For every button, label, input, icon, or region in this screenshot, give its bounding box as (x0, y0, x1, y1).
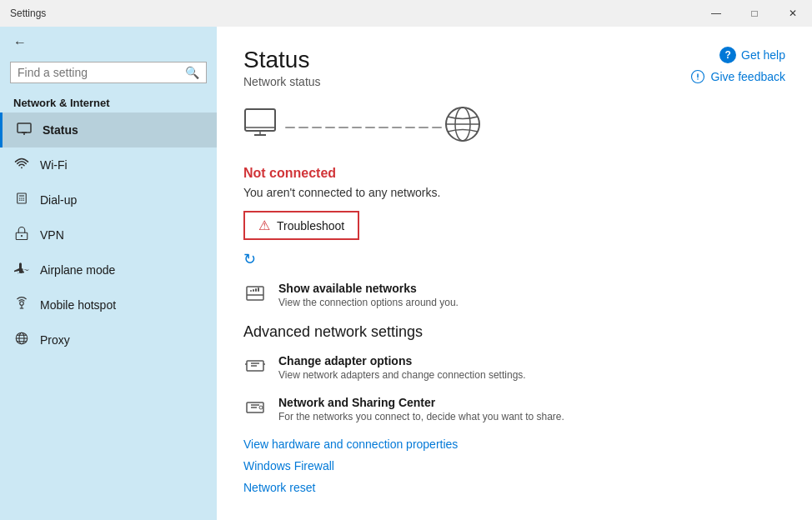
maximize-button[interactable]: □ (735, 0, 774, 27)
app-body: ← 🔍 Network & Internet Status (0, 27, 812, 520)
computer-icon (243, 108, 283, 147)
airplane-icon (13, 261, 30, 279)
svg-point-3 (21, 167, 23, 168)
advanced-section-title: Advanced network settings (243, 323, 785, 341)
sidebar-item-hotspot[interactable]: Mobile hotspot (0, 288, 217, 322)
sidebar: ← 🔍 Network & Internet Status (0, 27, 217, 520)
hotspot-icon (13, 296, 30, 314)
sharing-desc: For the networks you connect to, decide … (278, 411, 564, 422)
show-networks-icon (243, 283, 267, 308)
adapter-title: Change adapter options (278, 354, 526, 368)
wifi-icon (13, 156, 30, 174)
svg-rect-0 (18, 123, 31, 132)
close-button[interactable]: ✕ (774, 0, 812, 27)
svg-point-9 (21, 200, 23, 202)
sidebar-item-status[interactable]: Status (0, 112, 217, 148)
svg-point-45 (259, 406, 263, 409)
show-networks-item[interactable]: Show available networks View the connect… (243, 282, 785, 308)
window-controls: — □ ✕ (697, 0, 812, 27)
troubleshoot-button[interactable]: ⚠ Troubleshoot (243, 211, 359, 240)
titlebar: Settings — □ ✕ (0, 0, 812, 27)
windows-firewall-link[interactable]: Windows Firewall (243, 459, 785, 472)
back-arrow-icon: ← (13, 35, 27, 50)
get-help-link[interactable]: ? Get help (719, 47, 785, 63)
show-networks-desc: View the connection options around you. (278, 297, 459, 308)
sharing-center-item[interactable]: Network and Sharing Center For the netwo… (243, 396, 785, 422)
sidebar-vpn-label: VPN (40, 228, 64, 242)
dialup-icon (13, 191, 30, 209)
proxy-icon (13, 331, 30, 349)
search-icon: 🔍 (185, 66, 199, 79)
sidebar-item-vpn[interactable]: VPN (0, 218, 217, 252)
warning-icon: ⚠ (258, 218, 270, 233)
sidebar-item-proxy[interactable]: Proxy (0, 322, 217, 358)
sidebar-dialup-label: Dial-up (40, 193, 77, 207)
feedback-label: Give feedback (711, 70, 786, 83)
help-links: ? Get help Give feedback (689, 47, 786, 85)
svg-rect-31 (247, 287, 263, 300)
sidebar-item-dialup[interactable]: Dial-up (0, 182, 217, 218)
help-icon: ? (719, 47, 736, 63)
svg-point-8 (19, 200, 21, 202)
refresh-icon[interactable]: ↻ (243, 250, 785, 268)
svg-point-22 (697, 78, 699, 80)
show-networks-title: Show available networks (278, 282, 459, 295)
search-input[interactable] (18, 66, 185, 79)
network-reset-link[interactable]: Network reset (243, 481, 785, 494)
sharing-icon (243, 398, 267, 422)
status-description: You aren't connected to any networks. (243, 186, 785, 199)
sidebar-section-label: Network & Internet (0, 90, 217, 112)
adapter-icon (243, 356, 267, 381)
network-diagram (243, 105, 785, 149)
svg-point-12 (21, 235, 23, 237)
adapter-options-item[interactable]: Change adapter options View network adap… (243, 354, 785, 381)
adapter-desc: View network adapters and change connect… (278, 369, 526, 381)
status-icon (16, 121, 33, 139)
sidebar-wifi-label: Wi-Fi (40, 158, 68, 172)
search-box[interactable]: 🔍 (10, 62, 207, 83)
sidebar-hotspot-label: Mobile hotspot (40, 298, 116, 312)
feedback-icon (689, 68, 706, 85)
sidebar-item-airplane[interactable]: Airplane mode (0, 252, 217, 288)
sidebar-airplane-label: Airplane mode (40, 263, 115, 277)
svg-point-5 (19, 198, 21, 199)
back-button[interactable]: ← (0, 27, 217, 58)
svg-point-6 (21, 198, 23, 199)
svg-point-7 (23, 198, 25, 199)
sharing-title: Network and Sharing Center (278, 396, 564, 409)
vpn-icon (13, 226, 30, 244)
sharing-text: Network and Sharing Center For the netwo… (278, 396, 564, 422)
main-content: ? Get help Give feedback Status Network … (217, 27, 812, 520)
minimize-button[interactable]: — (697, 0, 735, 27)
svg-point-10 (23, 200, 25, 202)
troubleshoot-label: Troubleshoot (277, 219, 344, 232)
connection-line (283, 127, 444, 128)
window-title: Settings (10, 8, 46, 19)
sidebar-status-label: Status (43, 123, 78, 137)
sidebar-item-wifi[interactable]: Wi-Fi (0, 148, 217, 182)
connection-status: Not connected (243, 166, 785, 181)
sidebar-proxy-label: Proxy (40, 333, 70, 347)
show-networks-text: Show available networks View the connect… (278, 282, 459, 308)
adapter-text: Change adapter options View network adap… (278, 354, 526, 381)
feedback-link[interactable]: Give feedback (689, 68, 786, 85)
svg-point-13 (20, 302, 24, 306)
get-help-label: Get help (741, 48, 785, 62)
view-hardware-link[interactable]: View hardware and connection properties (243, 438, 785, 451)
globe-icon (444, 105, 482, 149)
